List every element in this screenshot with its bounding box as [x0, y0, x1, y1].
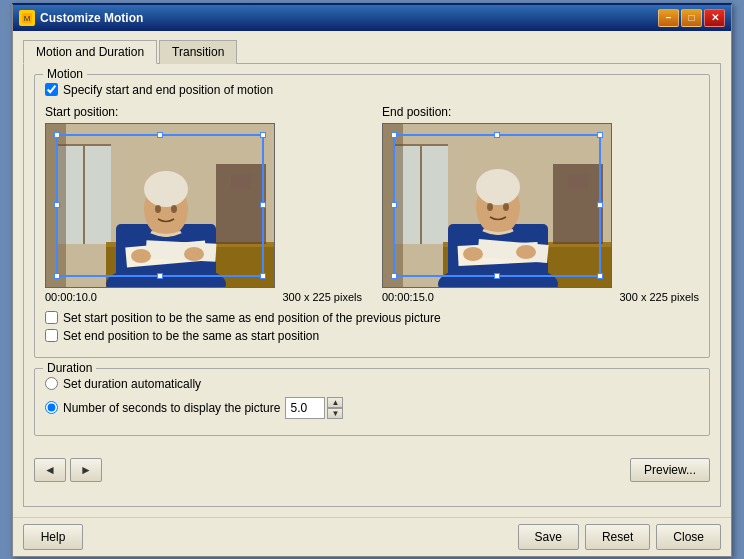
titlebar-left: M Customize Motion: [19, 10, 143, 26]
specify-motion-checkbox[interactable]: [45, 83, 58, 96]
start-position-label: Start position:: [45, 105, 362, 119]
bottom-controls: ◄ ► Preview...: [34, 446, 710, 496]
duration-group: Duration Set duration automatically Numb…: [34, 368, 710, 436]
spinner-down-button[interactable]: ▼: [327, 408, 343, 419]
handle-bm[interactable]: [157, 273, 163, 279]
spinner-buttons: ▲ ▼: [327, 397, 343, 419]
same-as-start-label: Set end position to be the same as start…: [63, 329, 319, 343]
handle-tr[interactable]: [260, 132, 266, 138]
handle-bl[interactable]: [54, 273, 60, 279]
specify-motion-label: Specify start and end position of motion: [63, 83, 273, 97]
end-handle-bm[interactable]: [494, 273, 500, 279]
handle-lm[interactable]: [54, 202, 60, 208]
start-position-block: Start position:: [45, 105, 362, 303]
end-timestamp: 00:00:15.0: [382, 291, 434, 303]
end-dimensions: 300 x 225 pixels: [620, 291, 700, 303]
window-icon: M: [19, 10, 35, 26]
end-handle-tr[interactable]: [597, 132, 603, 138]
end-handle-bl[interactable]: [391, 273, 397, 279]
reset-button[interactable]: Reset: [585, 524, 650, 550]
footer-right-buttons: Save Reset Close: [518, 524, 721, 550]
preview-button[interactable]: Preview...: [630, 458, 710, 482]
motion-group-title: Motion: [43, 67, 87, 81]
motion-group: Motion Specify start and end position of…: [34, 74, 710, 358]
seconds-duration-radio[interactable]: [45, 401, 58, 414]
end-handle-tl[interactable]: [391, 132, 397, 138]
close-button[interactable]: Close: [656, 524, 721, 550]
svg-text:M: M: [24, 14, 31, 23]
start-position-image[interactable]: [45, 123, 275, 288]
seconds-duration-label: Number of seconds to display the picture: [63, 401, 280, 415]
window-title: Customize Motion: [40, 11, 143, 25]
nav-controls: ◄ ►: [34, 450, 102, 490]
seconds-input[interactable]: [285, 397, 325, 419]
tab-panel: Motion Specify start and end position of…: [23, 64, 721, 507]
duration-group-title: Duration: [43, 361, 96, 375]
minimize-button[interactable]: –: [658, 9, 679, 27]
images-row: Start position:: [45, 105, 699, 303]
tab-motion-duration[interactable]: Motion and Duration: [23, 40, 157, 64]
back-button[interactable]: ◄: [34, 458, 66, 482]
start-selection-box[interactable]: [56, 134, 264, 277]
titlebar: M Customize Motion – □ ✕: [13, 5, 731, 31]
start-image-info: 00:00:10.0 300 x 225 pixels: [45, 291, 362, 303]
handle-rm[interactable]: [260, 202, 266, 208]
titlebar-buttons: – □ ✕: [658, 9, 725, 27]
main-content: Motion and Duration Transition Motion Sp…: [13, 31, 731, 517]
close-window-button[interactable]: ✕: [704, 9, 725, 27]
start-dimensions: 300 x 225 pixels: [283, 291, 363, 303]
save-button[interactable]: Save: [518, 524, 579, 550]
end-image-info: 00:00:15.0 300 x 225 pixels: [382, 291, 699, 303]
start-timestamp: 00:00:10.0: [45, 291, 97, 303]
end-position-label: End position:: [382, 105, 699, 119]
help-button[interactable]: Help: [23, 524, 83, 550]
same-as-start-checkbox[interactable]: [45, 329, 58, 342]
same-as-previous-row: Set start position to be the same as end…: [45, 311, 699, 325]
handle-br[interactable]: [260, 273, 266, 279]
footer: Help Save Reset Close: [13, 517, 731, 556]
handle-tm[interactable]: [157, 132, 163, 138]
handle-tl[interactable]: [54, 132, 60, 138]
seconds-duration-row: Number of seconds to display the picture…: [45, 397, 699, 419]
tab-bar: Motion and Duration Transition: [23, 39, 721, 64]
end-handle-lm[interactable]: [391, 202, 397, 208]
auto-duration-radio[interactable]: [45, 377, 58, 390]
spinner-up-button[interactable]: ▲: [327, 397, 343, 408]
seconds-spinner: ▲ ▼: [285, 397, 343, 419]
same-as-previous-checkbox[interactable]: [45, 311, 58, 324]
end-handle-rm[interactable]: [597, 202, 603, 208]
end-position-image[interactable]: [382, 123, 612, 288]
same-as-previous-label: Set start position to be the same as end…: [63, 311, 441, 325]
auto-duration-label: Set duration automatically: [63, 377, 201, 391]
specify-motion-row: Specify start and end position of motion: [45, 83, 699, 97]
end-handle-br[interactable]: [597, 273, 603, 279]
auto-duration-row: Set duration automatically: [45, 377, 699, 391]
end-position-block: End position:: [382, 105, 699, 303]
end-selection-box[interactable]: [393, 134, 601, 277]
main-window: M Customize Motion – □ ✕ Motion and Dura…: [12, 3, 732, 557]
maximize-button[interactable]: □: [681, 9, 702, 27]
forward-button[interactable]: ►: [70, 458, 102, 482]
end-handle-tm[interactable]: [494, 132, 500, 138]
same-as-start-row: Set end position to be the same as start…: [45, 329, 699, 343]
tab-transition[interactable]: Transition: [159, 40, 237, 64]
